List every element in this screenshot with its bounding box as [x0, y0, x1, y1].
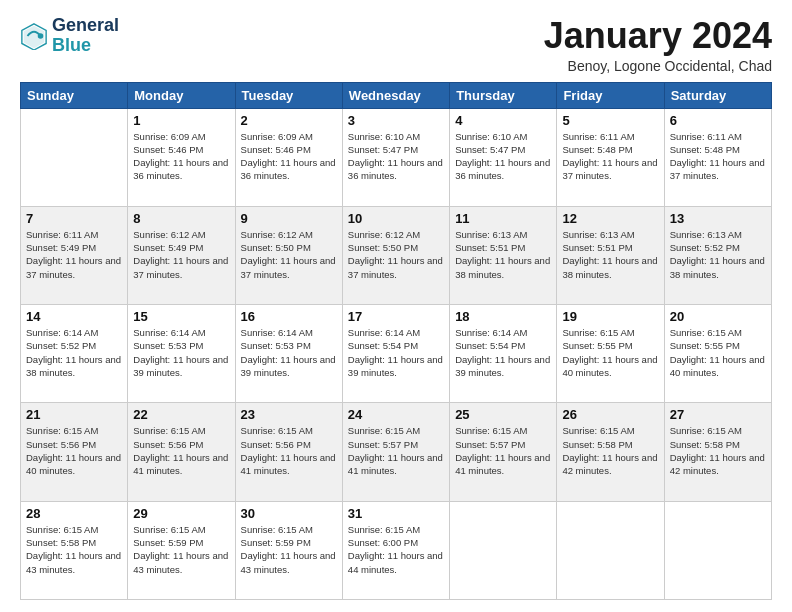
calendar-cell: 30Sunrise: 6:15 AMSunset: 5:59 PMDayligh…	[235, 501, 342, 599]
calendar-cell	[557, 501, 664, 599]
day-info: Sunrise: 6:15 AMSunset: 5:55 PMDaylight:…	[670, 326, 766, 379]
day-info: Sunrise: 6:14 AMSunset: 5:53 PMDaylight:…	[241, 326, 337, 379]
svg-point-2	[38, 33, 44, 39]
day-info: Sunrise: 6:15 AMSunset: 5:56 PMDaylight:…	[241, 424, 337, 477]
day-info: Sunrise: 6:11 AMSunset: 5:48 PMDaylight:…	[562, 130, 658, 183]
day-info: Sunrise: 6:13 AMSunset: 5:51 PMDaylight:…	[455, 228, 551, 281]
day-info: Sunrise: 6:14 AMSunset: 5:54 PMDaylight:…	[455, 326, 551, 379]
calendar-cell: 21Sunrise: 6:15 AMSunset: 5:56 PMDayligh…	[21, 403, 128, 501]
day-info: Sunrise: 6:15 AMSunset: 5:58 PMDaylight:…	[670, 424, 766, 477]
calendar-week-row: 7Sunrise: 6:11 AMSunset: 5:49 PMDaylight…	[21, 206, 772, 304]
month-title: January 2024	[544, 16, 772, 56]
day-info: Sunrise: 6:11 AMSunset: 5:48 PMDaylight:…	[670, 130, 766, 183]
calendar-cell	[450, 501, 557, 599]
calendar-cell: 8Sunrise: 6:12 AMSunset: 5:49 PMDaylight…	[128, 206, 235, 304]
calendar-cell: 26Sunrise: 6:15 AMSunset: 5:58 PMDayligh…	[557, 403, 664, 501]
calendar-cell: 28Sunrise: 6:15 AMSunset: 5:58 PMDayligh…	[21, 501, 128, 599]
col-sunday: Sunday	[21, 82, 128, 108]
calendar-cell: 3Sunrise: 6:10 AMSunset: 5:47 PMDaylight…	[342, 108, 449, 206]
day-number: 12	[562, 211, 658, 226]
calendar-cell: 10Sunrise: 6:12 AMSunset: 5:50 PMDayligh…	[342, 206, 449, 304]
calendar-cell: 24Sunrise: 6:15 AMSunset: 5:57 PMDayligh…	[342, 403, 449, 501]
calendar-week-row: 28Sunrise: 6:15 AMSunset: 5:58 PMDayligh…	[21, 501, 772, 599]
calendar-cell: 31Sunrise: 6:15 AMSunset: 6:00 PMDayligh…	[342, 501, 449, 599]
calendar-cell: 18Sunrise: 6:14 AMSunset: 5:54 PMDayligh…	[450, 305, 557, 403]
day-number: 31	[348, 506, 444, 521]
calendar-week-row: 1Sunrise: 6:09 AMSunset: 5:46 PMDaylight…	[21, 108, 772, 206]
calendar-cell	[21, 108, 128, 206]
calendar-cell: 23Sunrise: 6:15 AMSunset: 5:56 PMDayligh…	[235, 403, 342, 501]
calendar-week-row: 14Sunrise: 6:14 AMSunset: 5:52 PMDayligh…	[21, 305, 772, 403]
day-number: 28	[26, 506, 122, 521]
day-number: 14	[26, 309, 122, 324]
calendar-cell: 11Sunrise: 6:13 AMSunset: 5:51 PMDayligh…	[450, 206, 557, 304]
day-number: 6	[670, 113, 766, 128]
day-info: Sunrise: 6:15 AMSunset: 5:58 PMDaylight:…	[562, 424, 658, 477]
calendar-cell: 2Sunrise: 6:09 AMSunset: 5:46 PMDaylight…	[235, 108, 342, 206]
day-info: Sunrise: 6:14 AMSunset: 5:54 PMDaylight:…	[348, 326, 444, 379]
calendar-cell: 27Sunrise: 6:15 AMSunset: 5:58 PMDayligh…	[664, 403, 771, 501]
day-number: 25	[455, 407, 551, 422]
calendar-table: Sunday Monday Tuesday Wednesday Thursday…	[20, 82, 772, 600]
day-info: Sunrise: 6:09 AMSunset: 5:46 PMDaylight:…	[241, 130, 337, 183]
calendar-cell: 29Sunrise: 6:15 AMSunset: 5:59 PMDayligh…	[128, 501, 235, 599]
day-number: 11	[455, 211, 551, 226]
day-info: Sunrise: 6:12 AMSunset: 5:50 PMDaylight:…	[348, 228, 444, 281]
calendar-cell: 12Sunrise: 6:13 AMSunset: 5:51 PMDayligh…	[557, 206, 664, 304]
day-number: 1	[133, 113, 229, 128]
day-info: Sunrise: 6:12 AMSunset: 5:49 PMDaylight:…	[133, 228, 229, 281]
day-info: Sunrise: 6:09 AMSunset: 5:46 PMDaylight:…	[133, 130, 229, 183]
day-info: Sunrise: 6:15 AMSunset: 5:59 PMDaylight:…	[241, 523, 337, 576]
day-number: 19	[562, 309, 658, 324]
calendar-cell: 22Sunrise: 6:15 AMSunset: 5:56 PMDayligh…	[128, 403, 235, 501]
day-info: Sunrise: 6:15 AMSunset: 5:59 PMDaylight:…	[133, 523, 229, 576]
day-info: Sunrise: 6:15 AMSunset: 5:57 PMDaylight:…	[455, 424, 551, 477]
day-number: 5	[562, 113, 658, 128]
day-number: 24	[348, 407, 444, 422]
day-info: Sunrise: 6:15 AMSunset: 5:56 PMDaylight:…	[26, 424, 122, 477]
day-number: 30	[241, 506, 337, 521]
calendar-week-row: 21Sunrise: 6:15 AMSunset: 5:56 PMDayligh…	[21, 403, 772, 501]
day-number: 22	[133, 407, 229, 422]
day-number: 27	[670, 407, 766, 422]
calendar-cell: 25Sunrise: 6:15 AMSunset: 5:57 PMDayligh…	[450, 403, 557, 501]
calendar-header-row: Sunday Monday Tuesday Wednesday Thursday…	[21, 82, 772, 108]
day-number: 17	[348, 309, 444, 324]
col-friday: Friday	[557, 82, 664, 108]
calendar-cell: 14Sunrise: 6:14 AMSunset: 5:52 PMDayligh…	[21, 305, 128, 403]
day-number: 2	[241, 113, 337, 128]
day-number: 7	[26, 211, 122, 226]
calendar-cell: 4Sunrise: 6:10 AMSunset: 5:47 PMDaylight…	[450, 108, 557, 206]
calendar-cell: 17Sunrise: 6:14 AMSunset: 5:54 PMDayligh…	[342, 305, 449, 403]
calendar-cell: 1Sunrise: 6:09 AMSunset: 5:46 PMDaylight…	[128, 108, 235, 206]
day-info: Sunrise: 6:15 AMSunset: 6:00 PMDaylight:…	[348, 523, 444, 576]
col-saturday: Saturday	[664, 82, 771, 108]
day-info: Sunrise: 6:12 AMSunset: 5:50 PMDaylight:…	[241, 228, 337, 281]
day-number: 15	[133, 309, 229, 324]
day-number: 20	[670, 309, 766, 324]
day-info: Sunrise: 6:11 AMSunset: 5:49 PMDaylight:…	[26, 228, 122, 281]
day-info: Sunrise: 6:10 AMSunset: 5:47 PMDaylight:…	[348, 130, 444, 183]
calendar-cell: 15Sunrise: 6:14 AMSunset: 5:53 PMDayligh…	[128, 305, 235, 403]
page: General Blue January 2024 Benoy, Logone …	[0, 0, 792, 612]
day-info: Sunrise: 6:15 AMSunset: 5:56 PMDaylight:…	[133, 424, 229, 477]
calendar-cell: 9Sunrise: 6:12 AMSunset: 5:50 PMDaylight…	[235, 206, 342, 304]
day-number: 29	[133, 506, 229, 521]
day-info: Sunrise: 6:15 AMSunset: 5:55 PMDaylight:…	[562, 326, 658, 379]
calendar-cell: 6Sunrise: 6:11 AMSunset: 5:48 PMDaylight…	[664, 108, 771, 206]
day-number: 4	[455, 113, 551, 128]
header: General Blue January 2024 Benoy, Logone …	[20, 16, 772, 74]
day-number: 18	[455, 309, 551, 324]
title-block: January 2024 Benoy, Logone Occidental, C…	[544, 16, 772, 74]
day-number: 13	[670, 211, 766, 226]
day-info: Sunrise: 6:10 AMSunset: 5:47 PMDaylight:…	[455, 130, 551, 183]
day-info: Sunrise: 6:13 AMSunset: 5:52 PMDaylight:…	[670, 228, 766, 281]
calendar-cell	[664, 501, 771, 599]
logo: General Blue	[20, 16, 119, 56]
day-number: 23	[241, 407, 337, 422]
col-tuesday: Tuesday	[235, 82, 342, 108]
day-info: Sunrise: 6:13 AMSunset: 5:51 PMDaylight:…	[562, 228, 658, 281]
day-number: 16	[241, 309, 337, 324]
day-info: Sunrise: 6:15 AMSunset: 5:58 PMDaylight:…	[26, 523, 122, 576]
day-number: 3	[348, 113, 444, 128]
